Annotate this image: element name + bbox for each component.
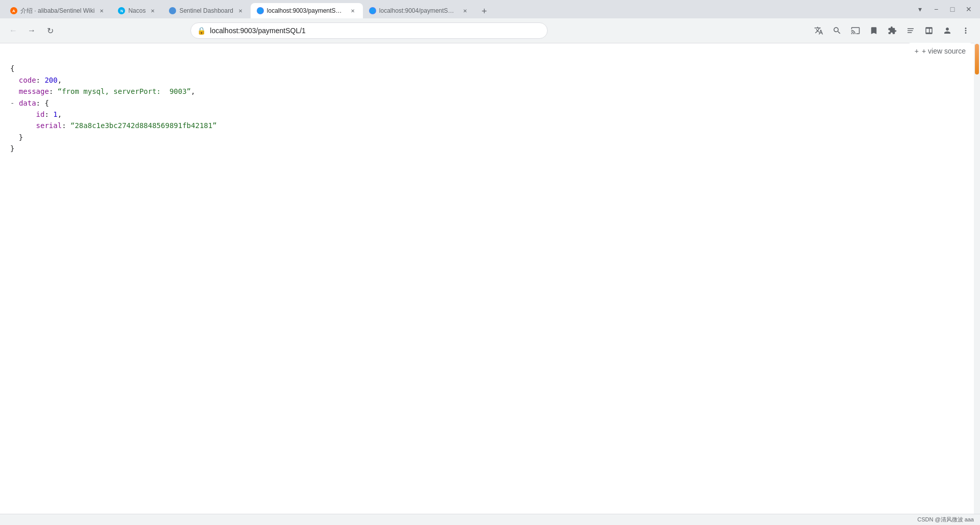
close-brace-bottom: } xyxy=(10,144,14,153)
sentinel-favicon xyxy=(169,7,176,14)
tab-nacos-title: Nacos xyxy=(128,7,145,14)
nacos-favicon: N xyxy=(118,7,125,14)
tab-payment9004[interactable]: 🌐 localhost:9004/paymentSQL/1 ✕ xyxy=(363,3,475,18)
tab-alibaba[interactable]: A 介绍 · alibaba/Sentinel Wiki ✕ xyxy=(4,3,112,18)
tab-payment9003-title: localhost:9003/paymentSQL/1 xyxy=(267,7,346,14)
data-key: data xyxy=(19,99,36,107)
tab-payment9004-close[interactable]: ✕ xyxy=(461,7,469,15)
address-bar: ← → ↻ 🔒 localhost:9003/paymentSQL/1 xyxy=(0,18,980,43)
payment9003-favicon: 🌐 xyxy=(257,7,264,14)
tab-search-button[interactable] xyxy=(902,22,919,39)
cast-button[interactable] xyxy=(847,22,864,39)
tab-bar: A 介绍 · alibaba/Sentinel Wiki ✕ N Nacos ✕… xyxy=(0,0,980,18)
serial-key: serial xyxy=(36,121,62,130)
message-value: “from mysql, serverPort: 9003” xyxy=(58,87,191,95)
maximize-button[interactable]: □ xyxy=(945,2,960,16)
window-controls: ▾ − □ ✕ xyxy=(913,2,976,16)
address-bar-input-wrap[interactable]: 🔒 localhost:9003/paymentSQL/1 xyxy=(190,22,548,39)
sidebar-button[interactable] xyxy=(921,22,937,39)
status-bar: CSDN @清风微波 aaa xyxy=(0,514,980,525)
message-key: message xyxy=(19,87,49,95)
forward-button[interactable]: → xyxy=(24,23,39,38)
extensions-button[interactable] xyxy=(884,22,900,39)
new-tab-button[interactable]: + xyxy=(477,4,492,18)
code-value: 200 xyxy=(44,76,57,84)
tab-sentinel[interactable]: Sentinel Dashboard ✕ xyxy=(163,3,250,18)
bookmark-button[interactable] xyxy=(866,22,882,39)
back-button[interactable]: ← xyxy=(6,23,20,38)
view-source-label: + view source xyxy=(922,47,966,55)
status-text: CSDN @清风微波 aaa xyxy=(917,516,974,523)
scrollbar-track[interactable] xyxy=(974,43,980,514)
dropdown-button[interactable]: ▾ xyxy=(913,2,927,16)
close-window-button[interactable]: ✕ xyxy=(962,2,976,16)
data-open-brace: { xyxy=(44,99,48,107)
id-value: 1 xyxy=(53,110,57,118)
translate-button[interactable] xyxy=(811,22,827,39)
tab-nacos[interactable]: N Nacos ✕ xyxy=(112,3,163,18)
open-brace-top: { xyxy=(10,64,14,72)
alibaba-favicon: A xyxy=(10,7,17,14)
toolbar-right xyxy=(811,22,974,39)
tab-sentinel-title: Sentinel Dashboard xyxy=(179,7,233,14)
id-key: id xyxy=(36,110,45,118)
zoom-button[interactable] xyxy=(829,22,845,39)
tab-alibaba-close[interactable]: ✕ xyxy=(97,7,106,15)
tab-payment9004-title: localhost:9004/paymentSQL/1 xyxy=(379,7,458,14)
tab-alibaba-title: 介绍 · alibaba/Sentinel Wiki xyxy=(20,7,94,15)
view-source-button[interactable]: + + view source xyxy=(909,43,972,59)
menu-button[interactable] xyxy=(958,22,974,39)
tab-nacos-close[interactable]: ✕ xyxy=(149,7,157,15)
content-area: { code: 200, message: “from mysql, serve… xyxy=(0,43,980,525)
tab-payment9003-close[interactable]: ✕ xyxy=(349,7,357,15)
tab-payment9003[interactable]: 🌐 localhost:9003/paymentSQL/1 ✕ xyxy=(251,3,363,18)
reload-button[interactable]: ↻ xyxy=(43,23,57,38)
profile-button[interactable] xyxy=(939,22,955,39)
data-close-brace: } xyxy=(19,133,23,141)
minimize-button[interactable]: − xyxy=(929,2,943,16)
code-key: code xyxy=(19,76,36,84)
collapse-data-button[interactable]: - xyxy=(10,99,14,107)
view-source-plus-icon: + xyxy=(915,47,919,55)
json-viewer: { code: 200, message: “from mysql, serve… xyxy=(10,52,970,166)
payment9004-favicon: 🌐 xyxy=(369,7,376,14)
serial-value: “28a8c1e3bc2742d8848569891fb42181” xyxy=(70,121,217,130)
lock-icon: 🔒 xyxy=(197,27,206,35)
browser-chrome: A 介绍 · alibaba/Sentinel Wiki ✕ N Nacos ✕… xyxy=(0,0,980,43)
tab-sentinel-close[interactable]: ✕ xyxy=(236,7,244,15)
scrollbar-thumb[interactable] xyxy=(975,44,979,74)
address-text: localhost:9003/paymentSQL/1 xyxy=(210,27,541,35)
